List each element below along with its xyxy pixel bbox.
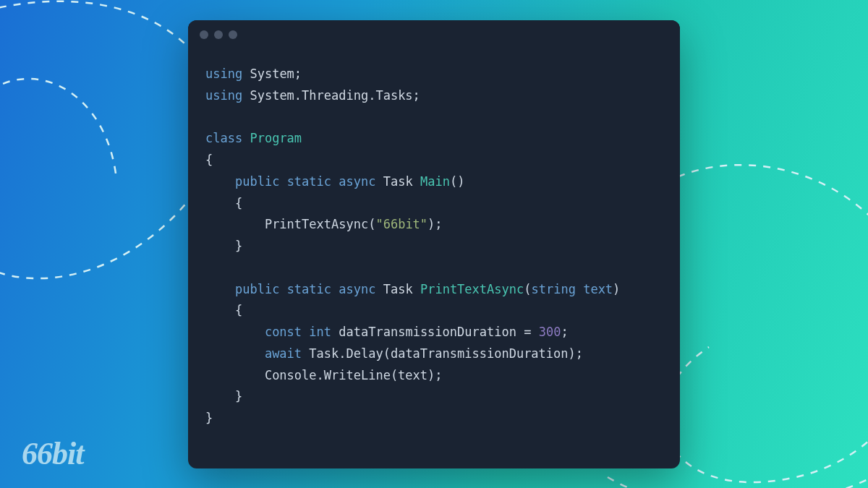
code-token: [279, 282, 286, 296]
code-token: [331, 325, 339, 339]
code-token: "66bit": [375, 217, 427, 231]
code-token: ;: [561, 325, 568, 339]
code-line: {: [205, 150, 663, 171]
code-token: {: [205, 303, 242, 317]
code-token: [242, 88, 250, 103]
window-titlebar: [188, 20, 680, 49]
code-token: dataTransmissionDuration: [339, 325, 516, 339]
code-token: Task.Delay(dataTransmissionDuration);: [309, 346, 583, 361]
code-token: [242, 67, 250, 81]
code-token: [331, 282, 339, 296]
code-token: Task: [383, 174, 413, 189]
code-line: [205, 257, 663, 279]
code-token: static: [287, 174, 331, 189]
code-token: Program: [250, 131, 302, 145]
code-window: using System;using System.Threading.Task…: [188, 20, 680, 468]
code-token: [413, 174, 420, 189]
code-line: const int dataTransmissionDuration = 300…: [205, 322, 663, 343]
code-token: static: [287, 282, 331, 296]
code-token: [205, 217, 265, 231]
traffic-light-zoom-icon: [229, 30, 237, 39]
code-token: [242, 131, 250, 145]
code-token: [205, 282, 235, 296]
code-token: Main: [420, 174, 450, 189]
code-token: int: [309, 325, 331, 339]
code-token: System.Threading.Tasks: [250, 88, 412, 103]
code-token: using: [205, 88, 242, 103]
code-token: ;: [413, 88, 420, 103]
code-token: );: [427, 217, 442, 231]
code-token: (): [450, 174, 464, 189]
code-content: using System;using System.Threading.Task…: [188, 49, 680, 447]
code-token: {: [205, 196, 242, 210]
code-token: Console.WriteLine(text);: [265, 368, 443, 382]
code-token: (: [368, 217, 375, 231]
code-line: using System;: [205, 64, 663, 85]
code-token: PrintTextAsync: [420, 282, 524, 296]
code-token: PrintTextAsync: [265, 217, 368, 231]
code-line: public static async Task PrintTextAsync(…: [205, 279, 663, 301]
brand-logo: 66bit: [22, 435, 83, 472]
code-token: Task: [383, 282, 413, 296]
code-token: async: [339, 282, 375, 296]
code-token: [375, 174, 383, 189]
code-line: public static async Task Main(): [205, 171, 663, 193]
code-token: async: [339, 174, 375, 189]
traffic-light-minimize-icon: [214, 30, 223, 39]
traffic-light-close-icon: [200, 30, 208, 39]
code-token: public: [235, 282, 279, 296]
code-token: System: [250, 67, 294, 81]
code-token: text: [583, 282, 613, 296]
code-token: (: [524, 282, 531, 296]
code-line: using System.Threading.Tasks;: [205, 85, 663, 107]
code-token: [331, 174, 339, 189]
code-line: class Program: [205, 128, 663, 150]
code-token: string: [531, 282, 575, 296]
code-token: [205, 325, 265, 339]
code-token: [279, 174, 286, 189]
code-line: }: [205, 408, 663, 429]
code-token: =: [516, 325, 539, 339]
code-token: using: [205, 67, 242, 81]
code-token: ;: [294, 67, 302, 81]
code-token: [576, 282, 583, 296]
code-line: {: [205, 300, 663, 322]
code-line: Console.WriteLine(text);: [205, 365, 663, 387]
code-line: }: [205, 386, 663, 408]
code-line: {: [205, 193, 663, 215]
code-token: await: [265, 346, 302, 361]
code-token: [375, 282, 383, 296]
code-token: }: [205, 411, 213, 425]
code-token: public: [235, 174, 279, 189]
code-line: }: [205, 236, 663, 257]
code-token: class: [205, 131, 242, 145]
code-line: await Task.Delay(dataTransmissionDuratio…: [205, 343, 663, 365]
code-token: [205, 346, 265, 361]
code-token: [302, 325, 309, 339]
code-token: [205, 368, 265, 382]
code-token: {: [205, 153, 213, 167]
code-token: }: [205, 389, 242, 403]
code-token: const: [265, 325, 302, 339]
code-token: [413, 282, 420, 296]
code-token: }: [205, 239, 242, 253]
code-token: ): [613, 282, 620, 296]
code-token: [205, 174, 235, 189]
code-token: [302, 346, 309, 361]
code-token: 300: [539, 325, 561, 339]
code-line: PrintTextAsync("66bit");: [205, 214, 663, 236]
code-line: [205, 107, 663, 129]
